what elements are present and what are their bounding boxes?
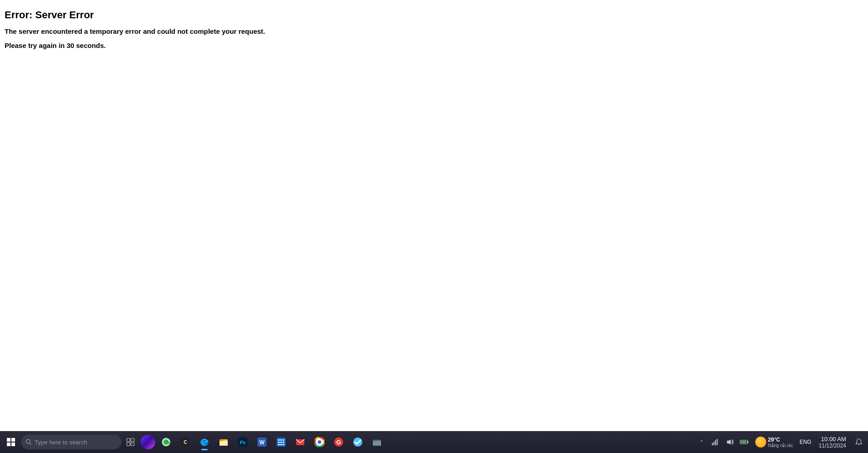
app-icon-mail[interactable] <box>291 433 309 451</box>
app-icon-social[interactable]: G <box>329 433 348 451</box>
search-bar[interactable]: Type here to search <box>21 435 121 449</box>
svg-rect-44 <box>748 441 748 443</box>
windows-logo-icon <box>7 438 15 446</box>
app-icon-edge-colored[interactable] <box>157 433 175 451</box>
capcut-icon: C <box>180 437 190 447</box>
svg-rect-37 <box>373 440 376 442</box>
word-icon: W <box>257 437 267 447</box>
avatar <box>141 435 155 449</box>
mail-icon <box>295 437 305 447</box>
taskbar-avatar-app[interactable] <box>140 433 156 451</box>
svg-rect-12 <box>220 439 223 441</box>
weather-widget[interactable]: 29°C Nắng rải rác <box>753 433 796 451</box>
svg-rect-23 <box>282 442 284 443</box>
network-icon <box>711 438 719 446</box>
sheets-icon <box>276 437 286 447</box>
svg-rect-45 <box>741 441 746 443</box>
svg-rect-38 <box>712 443 713 445</box>
svg-rect-3 <box>131 438 134 442</box>
svg-rect-39 <box>713 442 714 445</box>
search-icon <box>26 439 32 445</box>
chrome-icon <box>314 437 324 447</box>
svg-rect-18 <box>278 439 280 441</box>
svg-line-1 <box>30 443 31 444</box>
svg-rect-4 <box>127 442 130 446</box>
app-icon-photoshop[interactable]: Ps <box>234 433 252 451</box>
notification-button[interactable] <box>852 433 866 451</box>
app-icon-capcut[interactable]: C <box>176 433 194 451</box>
svg-point-31 <box>319 441 321 443</box>
app-icon-explorer[interactable] <box>214 433 233 451</box>
search-placeholder-text: Type here to search <box>35 439 87 446</box>
systray: ⌃ <box>697 433 866 451</box>
svg-rect-24 <box>278 444 280 445</box>
notification-icon <box>855 438 863 446</box>
volume-icon <box>726 438 733 446</box>
clock-date: 11/12/2024 <box>819 442 846 449</box>
battery-icon <box>740 438 749 446</box>
language-button[interactable]: ENG <box>798 433 813 451</box>
chevron-up-icon: ⌃ <box>700 439 704 445</box>
weather-temp: 29°C <box>768 437 780 443</box>
svg-rect-40 <box>715 440 716 445</box>
svg-rect-41 <box>716 439 717 445</box>
svg-rect-20 <box>282 439 284 441</box>
svg-rect-26 <box>282 444 284 445</box>
error-body: The server encountered a temporary error… <box>5 27 863 35</box>
svg-rect-36 <box>373 441 381 446</box>
svg-rect-19 <box>280 439 282 441</box>
show-hidden-icons-button[interactable]: ⌃ <box>697 433 707 451</box>
app-icon-edge[interactable] <box>195 433 214 451</box>
error-title: Error: Server Error <box>5 9 863 21</box>
error-retry: Please try again in 30 seconds. <box>5 42 863 49</box>
app-icon-word[interactable]: W <box>253 433 271 451</box>
svg-text:W: W <box>259 439 265 446</box>
svg-rect-5 <box>131 442 134 446</box>
clock-area[interactable]: 10:00 AM 11/12/2024 <box>815 433 850 451</box>
main-content: Error: Server Error The server encounter… <box>0 0 868 431</box>
svg-rect-21 <box>278 442 280 443</box>
taskview-button[interactable] <box>122 433 139 451</box>
edge-colored-icon <box>161 437 171 447</box>
clock-time: 10:00 AM <box>821 436 846 442</box>
photoshop-icon: Ps <box>238 437 248 447</box>
folder2-icon <box>372 437 382 447</box>
svg-point-0 <box>26 439 30 443</box>
svg-rect-2 <box>127 438 130 442</box>
wing-icon <box>353 437 363 447</box>
battery-tray-icon[interactable] <box>738 433 751 451</box>
weather-sun-icon <box>755 437 766 448</box>
social-icon: G <box>334 437 344 447</box>
svg-rect-22 <box>280 442 282 443</box>
weather-desc: Nắng rải rác <box>768 443 793 448</box>
edge-icon <box>199 437 209 447</box>
svg-rect-11 <box>220 441 228 446</box>
taskbar-apps: C Ps <box>157 433 386 451</box>
volume-tray-icon[interactable] <box>723 433 736 451</box>
svg-text:C: C <box>183 440 187 445</box>
svg-text:G: G <box>336 439 341 446</box>
taskbar: Type here to search <box>0 431 868 453</box>
explorer-icon <box>219 437 229 447</box>
svg-marker-42 <box>727 439 731 445</box>
svg-rect-25 <box>280 444 282 445</box>
svg-text:Ps: Ps <box>240 440 246 445</box>
taskview-icon <box>126 438 135 446</box>
app-icon-folder2[interactable] <box>368 433 386 451</box>
app-icon-wing[interactable] <box>349 433 367 451</box>
app-icon-chrome[interactable] <box>310 433 329 451</box>
start-button[interactable] <box>2 433 20 451</box>
network-tray-icon[interactable] <box>709 433 722 451</box>
app-icon-sheets[interactable] <box>272 433 290 451</box>
